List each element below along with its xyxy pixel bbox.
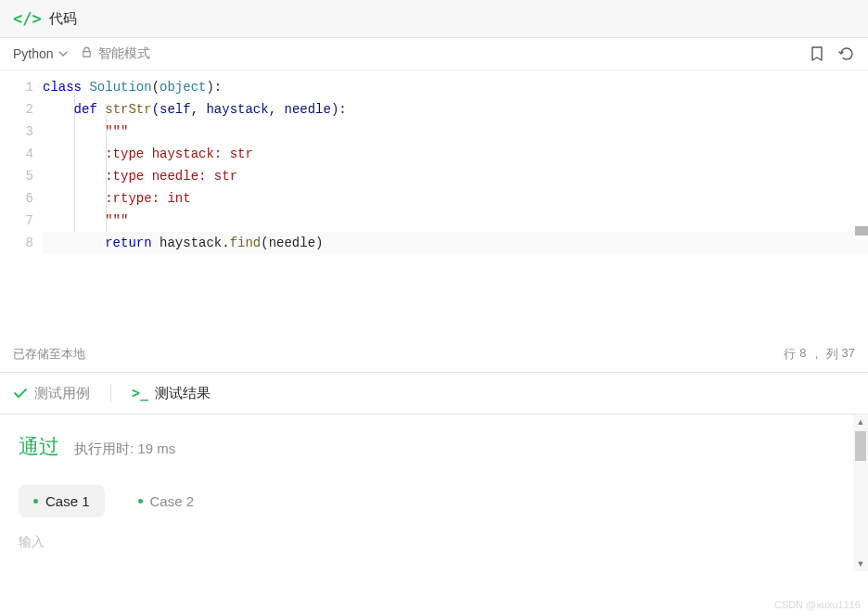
code-line: class Solution(object): xyxy=(43,76,868,98)
code-line: return haystack.find(needle) xyxy=(43,232,868,254)
scroll-up-icon[interactable]: ▲ xyxy=(853,414,868,429)
code-line: :type needle: str xyxy=(43,165,868,187)
code-line: """ xyxy=(43,210,868,232)
line-number: 5 xyxy=(0,165,33,187)
case-list: Case 1 Case 2 xyxy=(19,485,849,517)
case-label: Case 1 xyxy=(45,493,90,509)
result-panel: 通过 执行用时: 19 ms Case 1 Case 2 输入 ▲ ▼ xyxy=(0,414,868,571)
case-2-button[interactable]: Case 2 xyxy=(123,485,210,517)
header-title: 代码 xyxy=(49,10,77,28)
terminal-icon: >_ xyxy=(132,385,148,402)
code-line: """ xyxy=(43,121,868,143)
case-1-button[interactable]: Case 1 xyxy=(19,485,105,517)
line-gutter: 1 2 3 4 5 6 7 8 xyxy=(0,70,43,337)
toolbar-right xyxy=(809,45,855,62)
scroll-down-icon[interactable]: ▼ xyxy=(853,556,868,571)
watermark: CSDN @xuxu1116 xyxy=(774,599,861,610)
code-line: :rtype: int xyxy=(43,187,868,210)
case-label: Case 2 xyxy=(150,493,195,509)
scroll-thumb[interactable] xyxy=(855,431,866,461)
lock-icon xyxy=(81,46,93,61)
tab-label: 测试用例 xyxy=(34,385,90,402)
tab-divider xyxy=(110,384,111,402)
status-bar: 已存储至本地 行 8， 列 37 xyxy=(0,337,868,372)
line-number: 8 xyxy=(0,232,33,254)
input-label: 输入 xyxy=(19,534,849,551)
language-select[interactable]: Python xyxy=(13,46,68,61)
reset-icon[interactable] xyxy=(838,45,855,62)
toolbar: Python 智能模式 xyxy=(0,38,868,70)
result-header: 通过 执行用时: 19 ms xyxy=(19,433,849,461)
tab-label: 测试结果 xyxy=(155,385,211,402)
check-icon xyxy=(13,386,28,401)
tab-testresult[interactable]: >_ 测试结果 xyxy=(132,385,211,402)
chevron-down-icon xyxy=(58,49,68,58)
code-body[interactable]: class Solution(object): def strStr(self,… xyxy=(43,70,868,337)
line-number: 2 xyxy=(0,98,33,121)
line-number: 4 xyxy=(0,143,33,165)
code-icon: </> xyxy=(13,9,42,28)
status-dot-icon xyxy=(33,499,38,504)
language-label: Python xyxy=(13,46,54,61)
line-number: 1 xyxy=(0,76,33,98)
scrollbar[interactable]: ▲ ▼ xyxy=(853,414,868,571)
runtime-text: 执行用时: 19 ms xyxy=(74,440,175,458)
bookmark-icon[interactable] xyxy=(809,45,825,62)
code-line: def strStr(self, haystack, needle): xyxy=(43,98,868,121)
tab-testcases[interactable]: 测试用例 xyxy=(13,385,90,402)
code-editor[interactable]: 1 2 3 4 5 6 7 8 class Solution(object): … xyxy=(0,70,868,337)
status-dot-icon xyxy=(138,499,143,504)
editor-scroll-mark xyxy=(855,226,868,236)
line-number: 7 xyxy=(0,210,33,232)
line-number: 3 xyxy=(0,121,33,143)
result-tabs: 测试用例 >_ 测试结果 xyxy=(0,372,868,414)
mode-label: 智能模式 xyxy=(81,45,150,62)
code-line: :type haystack: str xyxy=(43,143,868,165)
saved-status: 已存储至本地 xyxy=(13,346,85,363)
line-number: 6 xyxy=(0,187,33,210)
pass-status: 通过 xyxy=(19,433,59,461)
cursor-position: 行 8， 列 37 xyxy=(784,346,855,363)
mode-text: 智能模式 xyxy=(98,45,150,62)
header: </> 代码 xyxy=(0,0,868,38)
